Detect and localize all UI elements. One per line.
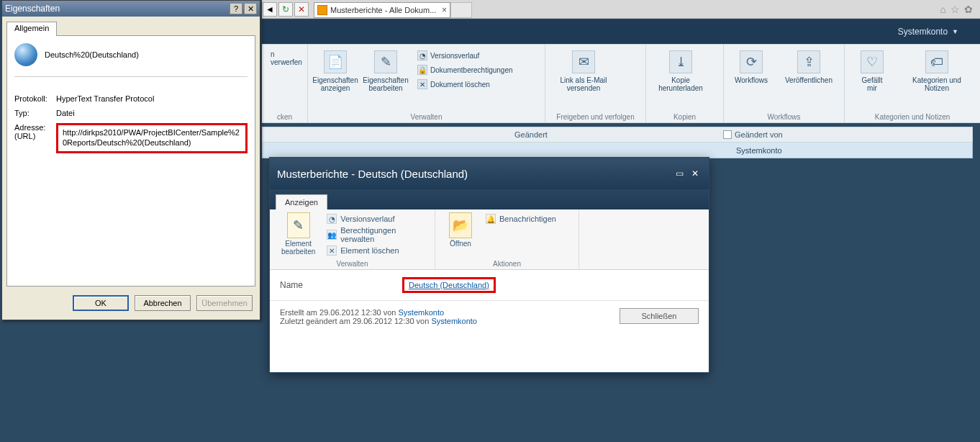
label-url: Adresse: (URL) [14, 123, 56, 153]
item-detail-dialog: Musterberichte - Deutsch (Deutschland) ▭… [269, 157, 709, 373]
item-manage-permissions-button[interactable]: 👥Berechtigungen verwalten [327, 226, 427, 243]
ok-button[interactable]: OK [73, 295, 129, 311]
value-protocol: HyperText Transfer Protocol [56, 94, 248, 103]
edit-item-icon: ✎ [287, 212, 310, 238]
permissions-icon: 👥 [327, 230, 337, 240]
item-meta-text: Erstellt am 29.06.2012 12:30 von Systemk… [280, 308, 477, 325]
new-tab-button[interactable] [450, 2, 472, 18]
item-dialog-tab-view[interactable]: Anzeigen [276, 194, 327, 209]
ribbon-group-manage-label: Verwalten [308, 113, 545, 121]
ribbon-group-print-label: cken [262, 113, 307, 121]
item-dialog-maximize-button[interactable]: ▭ [673, 168, 686, 179]
item-dialog-ribbon: ✎ Element bearbeiten ◔Versionsverlauf 👥B… [270, 209, 709, 270]
properties-title: Eigenschaften [5, 4, 228, 14]
delete-icon: ✕ [327, 245, 337, 256]
nav-refresh-button[interactable]: ↻ [278, 2, 293, 17]
workflow-icon: ⟳ [740, 50, 763, 73]
item-dialog-titlebar[interactable]: Musterberichte - Deutsch (Deutschland) ▭… [270, 158, 709, 189]
user-menu-caret-icon[interactable]: ▼ [952, 28, 958, 35]
alert-me-button[interactable]: 🔔Benachrichtigen [486, 214, 556, 224]
browser-top-strip: ◄ ↻ ✕ Musterberichte - Alle Dokum... × ⌂… [262, 0, 980, 19]
apply-button: Übernehmen [196, 295, 253, 311]
item-detail-row: Name Deutsch (Deutschland) [270, 270, 709, 301]
categories-notes-button[interactable]: 🏷 Kategorien und Notizen [901, 48, 973, 121]
close-button[interactable]: Schließen [620, 308, 699, 324]
open-folder-icon: 📂 [449, 212, 472, 238]
tag-icon: 🏷 [925, 50, 948, 73]
history-icon: ◔ [327, 214, 337, 224]
home-icon[interactable]: ⌂ [940, 4, 946, 15]
cell-modified-by: Systemkonto [723, 146, 932, 155]
detail-name-highlight: Deutsch (Deutschland) [402, 277, 496, 293]
item-ribbon-manage-label: Verwalten [270, 260, 435, 268]
workflows-button[interactable]: ⟳ Workflows [730, 48, 773, 121]
properties-item-name: Deutsch%20(Deutschland) [45, 50, 139, 59]
value-type: Datei [56, 109, 248, 117]
label-protocol: Protokoll: [14, 94, 56, 103]
value-url[interactable]: http://dirkps2010/PWA/ProjectBICenter/Sa… [56, 123, 248, 153]
properties-edit-button[interactable]: ✎ Eigenschaften bearbeiten [364, 48, 407, 121]
browser-tab[interactable]: Musterberichte - Alle Dokum... × [314, 2, 450, 18]
nav-stop-button[interactable]: ✕ [294, 2, 309, 17]
document-properties-icon: 📄 [324, 50, 347, 73]
ribbon-group-workflows-label: Workflows [724, 113, 844, 121]
properties-help-button[interactable]: ? [230, 3, 242, 14]
properties-tab-general[interactable]: Allgemein [6, 22, 57, 36]
ribbon-discard-button[interactable]: n verwerfen [268, 49, 305, 68]
modified-by-link[interactable]: Systemkonto [431, 317, 477, 325]
tab-close-icon[interactable]: × [442, 5, 447, 15]
main-ribbon: n verwerfen cken 📄 Eigenschaften anzeige… [262, 44, 980, 123]
item-dialog-close-button[interactable]: ✕ [689, 168, 702, 179]
column-checkbox[interactable] [723, 130, 732, 139]
tools-icon[interactable]: ✿ [964, 4, 973, 15]
nav-back-button[interactable]: ◄ [263, 2, 277, 17]
col-modified-header[interactable]: Geändert [263, 130, 723, 139]
col-modifiedby-header[interactable]: Geändert von [735, 130, 783, 139]
doc-delete-button[interactable]: ✕Dokument löschen [414, 78, 516, 91]
properties-titlebar[interactable]: Eigenschaften ? ✕ [2, 1, 260, 17]
label-type: Typ: [14, 109, 56, 117]
item-delete-button[interactable]: ✕Element löschen [327, 245, 427, 256]
user-account-bar: Systemkonto ▼ [262, 19, 980, 44]
titlebar-icons: ⌂ ☆ ✿ [940, 4, 980, 15]
doc-permissions-button[interactable]: 🔒Dokumentberechtigungen [414, 63, 516, 76]
document-edit-icon: ✎ [374, 50, 397, 73]
user-account-label[interactable]: Systemkonto [898, 27, 948, 37]
item-ribbon-actions-label: Aktionen [435, 260, 579, 268]
ribbon-group-categories-label: Kategorien und Notizen [845, 113, 980, 121]
mail-icon: ✉ [572, 50, 595, 73]
browser-tab-label: Musterberichte - Alle Dokum... [330, 6, 436, 14]
delete-icon: ✕ [417, 79, 427, 89]
cancel-button[interactable]: Abbrechen [135, 295, 191, 311]
download-copy-button[interactable]: ⤓ Kopie herunterladen [652, 48, 709, 121]
permissions-icon: 🔒 [417, 65, 427, 75]
list-row[interactable]: Systemkonto [262, 143, 973, 158]
item-version-history-button[interactable]: ◔Versionsverlauf [327, 214, 427, 224]
properties-view-button[interactable]: 📄 Eigenschaften anzeigen [314, 48, 357, 121]
tab-favicon-icon [317, 5, 327, 15]
version-history-button[interactable]: ◔Versionsverlauf [414, 49, 516, 62]
list-header: Geändert Geändert von [262, 127, 973, 143]
history-icon: ◔ [417, 50, 427, 60]
created-by-link[interactable]: Systemkonto [399, 308, 445, 317]
properties-dialog: Eigenschaften ? ✕ Allgemein Deutsch%20(D… [1, 0, 260, 320]
globe-icon [14, 43, 37, 66]
ribbon-group-share-label: Freigeben und verfolgen [545, 113, 645, 121]
email-link-button[interactable]: ✉ Link als E-Mail versenden [551, 48, 616, 121]
detail-name-key: Name [280, 280, 388, 290]
properties-close-button[interactable]: ✕ [244, 3, 257, 14]
publish-button[interactable]: ⇪ Veröffentlichen [780, 48, 838, 121]
bell-icon: 🔔 [486, 214, 496, 224]
favorites-icon[interactable]: ☆ [950, 4, 960, 15]
item-dialog-title: Musterberichte - Deutsch (Deutschland) [277, 168, 670, 180]
heart-icon: ♡ [861, 50, 884, 73]
like-button[interactable]: ♡ Gefällt mir [850, 48, 894, 121]
detail-name-link[interactable]: Deutsch (Deutschland) [409, 281, 489, 289]
publish-icon: ⇪ [797, 50, 820, 73]
ribbon-group-copies-label: Kopien [646, 113, 723, 121]
download-icon: ⤓ [669, 50, 692, 73]
